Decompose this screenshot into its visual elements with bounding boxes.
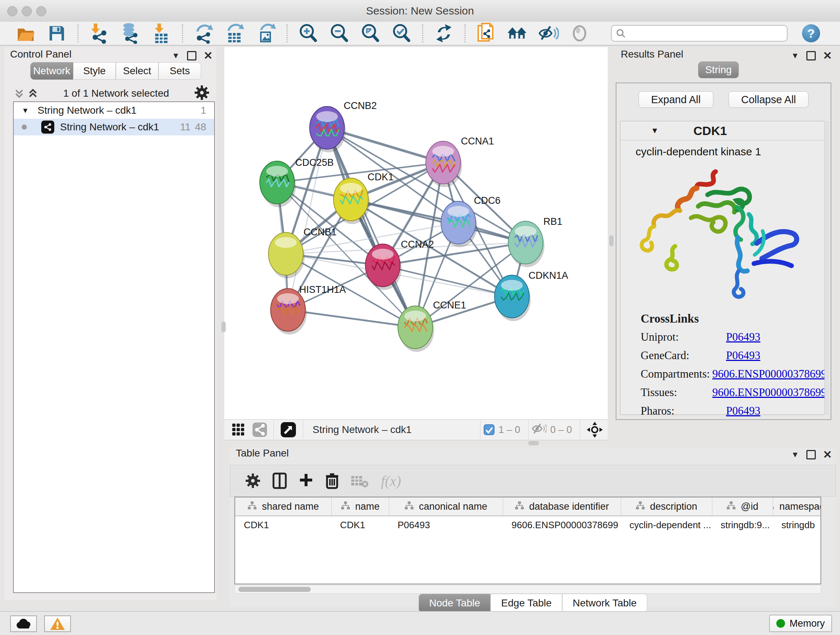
- panel-menu-icon[interactable]: ▼: [791, 450, 799, 459]
- network-node-CCNB2[interactable]: CCNB2: [309, 100, 377, 152]
- network-node-CDC6[interactable]: CDC6: [441, 195, 501, 247]
- collection-expand-icon[interactable]: ▼: [22, 106, 29, 115]
- column-header-namespace[interactable]: namespace: [773, 497, 821, 516]
- grid-view-button[interactable]: [232, 423, 245, 437]
- panel-menu-icon[interactable]: ▼: [791, 51, 799, 60]
- tab-style[interactable]: Style: [73, 62, 116, 80]
- network-edge[interactable]: [288, 310, 415, 327]
- collapse-all-networks-icon[interactable]: [14, 87, 25, 100]
- network-node-CDKN1A[interactable]: CDKN1A: [494, 270, 568, 321]
- table-cell[interactable]: P06493: [389, 516, 503, 534]
- tab-network[interactable]: Network: [30, 62, 73, 80]
- table-cell[interactable]: stringdb:9...: [712, 516, 773, 534]
- search-field[interactable]: [611, 25, 788, 42]
- string-protein-query-button[interactable]: [476, 23, 497, 44]
- collapse-all-button[interactable]: Collapse All: [729, 91, 809, 108]
- string-view-button[interactable]: [253, 423, 267, 437]
- network-node-HIST1H1A[interactable]: HIST1H1A: [271, 284, 346, 334]
- network-row[interactable]: String Network – cdk1 11 48: [14, 119, 214, 135]
- zoom-selected-button[interactable]: [391, 23, 412, 44]
- export-image-button[interactable]: [256, 23, 276, 44]
- table-hscrollbar[interactable]: [234, 585, 821, 594]
- crosslink-link[interactable]: P06493: [726, 331, 760, 344]
- hide-graphics-button[interactable]: [538, 23, 559, 44]
- network-node-CDK1[interactable]: CDK1: [333, 172, 393, 224]
- panel-float-icon[interactable]: [187, 51, 196, 60]
- panel-close-icon[interactable]: ✕: [823, 49, 832, 62]
- import-network-file-button[interactable]: [88, 23, 110, 44]
- column-header-database-identifier[interactable]: database identifier: [503, 497, 621, 516]
- search-input[interactable]: [629, 27, 783, 40]
- panel-menu-icon[interactable]: ▼: [172, 51, 180, 60]
- export-table-button[interactable]: [224, 23, 245, 44]
- birdseye-view-button[interactable]: [280, 422, 296, 438]
- splitter-handle-bottom[interactable]: [528, 441, 539, 445]
- add-column-button[interactable]: [298, 473, 314, 488]
- column-header-description[interactable]: description: [621, 497, 712, 516]
- results-scrollbar[interactable]: [824, 121, 829, 415]
- table-cell[interactable]: 9606.ENSP00000378699: [503, 516, 621, 534]
- panel-close-icon[interactable]: ✕: [204, 49, 213, 62]
- column-header-shared-name[interactable]: shared name: [235, 497, 332, 516]
- column-header-canonical-name[interactable]: canonical name: [389, 497, 503, 516]
- open-session-button[interactable]: [15, 23, 36, 44]
- crosslink-link[interactable]: P06493: [726, 404, 760, 417]
- table-cell[interactable]: CDK1: [332, 516, 389, 534]
- collapse-node-icon[interactable]: ▼: [651, 126, 659, 135]
- network-node-CCNB1[interactable]: CCNB1: [268, 226, 337, 279]
- tab-select[interactable]: Select: [116, 62, 158, 80]
- zoom-in-button[interactable]: [298, 23, 319, 44]
- fit-selected-button[interactable]: [587, 422, 603, 438]
- tab-node-table[interactable]: Node Table: [418, 594, 491, 613]
- crosslink-link[interactable]: P06493: [726, 349, 760, 362]
- export-network-button[interactable]: [193, 23, 214, 44]
- node-result-header[interactable]: ▼ CDK1: [621, 121, 827, 141]
- cloud-status-button[interactable]: [10, 616, 37, 632]
- refresh-view-button[interactable]: [433, 23, 454, 44]
- panel-close-icon[interactable]: ✕: [823, 448, 832, 461]
- table-cell[interactable]: stringdb: [773, 516, 821, 534]
- table-cell[interactable]: CDK1: [235, 516, 332, 534]
- tab-string[interactable]: String: [698, 62, 739, 78]
- delete-table-button[interactable]: [351, 474, 369, 488]
- tab-network-table[interactable]: Network Table: [562, 594, 647, 613]
- network-edge[interactable]: [327, 128, 415, 327]
- zoom-out-button[interactable]: [329, 23, 350, 44]
- hidden-eye-icon[interactable]: [531, 423, 546, 437]
- help-button[interactable]: ?: [802, 24, 820, 42]
- network-canvas[interactable]: CCNB2CCNA1CDC25BCDK1CDC6RB1CCNB1CCNA2CDK…: [224, 47, 608, 419]
- column-header-@id[interactable]: @id: [712, 497, 773, 516]
- network-edge[interactable]: [288, 128, 327, 310]
- splitter-handle-left[interactable]: [221, 321, 226, 333]
- network-collection-row[interactable]: ▼ String Network – cdk1 1: [14, 102, 214, 119]
- crosslink-link[interactable]: 9606.ENSP00000378699: [712, 386, 827, 399]
- column-header-name[interactable]: name: [332, 497, 389, 516]
- delete-column-button[interactable]: [325, 472, 339, 489]
- crosslink-link[interactable]: 9606.ENSP00000378699: [712, 367, 827, 380]
- home-species-button[interactable]: [507, 23, 528, 44]
- network-node-CCNE1[interactable]: CCNE1: [398, 300, 466, 352]
- show-graphics-button[interactable]: [569, 23, 590, 44]
- import-network-database-button[interactable]: [120, 23, 141, 44]
- import-table-file-button[interactable]: [151, 23, 172, 44]
- network-node-CDC25B[interactable]: CDC25B: [260, 157, 334, 207]
- expand-all-button[interactable]: Expand All: [638, 91, 714, 108]
- memory-button[interactable]: Memory: [769, 615, 832, 632]
- table-hscrollbar-thumb[interactable]: [238, 587, 311, 592]
- splitter-handle-right[interactable]: [609, 235, 614, 246]
- panel-float-icon[interactable]: [806, 450, 816, 459]
- table-cell[interactable]: cyclin-dependent ...: [621, 516, 712, 534]
- network-options-gear-icon[interactable]: [194, 85, 210, 102]
- network-node-RB1[interactable]: RB1: [508, 216, 562, 267]
- table-row[interactable]: CDK1CDK1P064939606.ENSP00000378699cyclin…: [235, 516, 821, 534]
- selected-checkbox[interactable]: [483, 424, 495, 435]
- save-session-button[interactable]: [46, 23, 67, 44]
- table-settings-button[interactable]: [245, 473, 261, 489]
- function-builder-button[interactable]: f(x): [381, 472, 401, 489]
- zoom-fit-button[interactable]: [360, 23, 381, 44]
- tab-sets[interactable]: Sets: [158, 62, 201, 80]
- panel-float-icon[interactable]: [806, 51, 816, 60]
- show-columns-button[interactable]: [272, 472, 287, 489]
- warnings-button[interactable]: [44, 616, 71, 632]
- tab-edge-table[interactable]: Edge Table: [491, 594, 562, 613]
